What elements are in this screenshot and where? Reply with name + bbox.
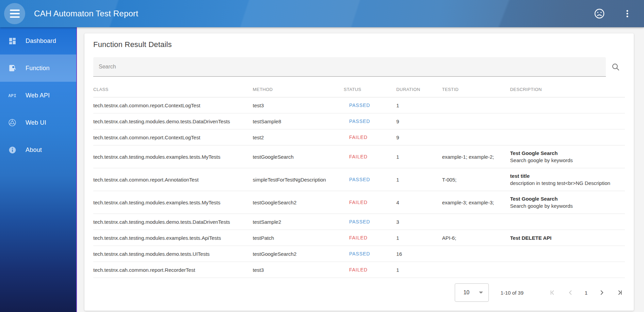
table-row[interactable]: tech.testnx.cah.testing.modules.examples… bbox=[93, 145, 625, 168]
cell-class: tech.testnx.cah.testing.modules.demo.tes… bbox=[93, 214, 253, 230]
cell-duration: 16 bbox=[396, 246, 442, 262]
next-page-icon[interactable] bbox=[598, 288, 606, 297]
cell-method: testSample8 bbox=[253, 113, 344, 129]
cell-description: Test Google Search Search google by keyw… bbox=[510, 145, 625, 168]
sidebar-item-dashboard[interactable]: Dashboard bbox=[0, 27, 76, 54]
column-header-description[interactable]: DESCRIPTION bbox=[510, 81, 625, 97]
cell-description bbox=[510, 246, 625, 262]
app-title: CAH Automaton Test Report bbox=[34, 9, 138, 18]
status-badge: FAILED bbox=[344, 200, 368, 205]
cell-testid: example-1; example-2; bbox=[442, 145, 510, 168]
page-title: Function Result Details bbox=[93, 40, 625, 49]
status-badge: FAILED bbox=[344, 267, 368, 272]
page-size-select[interactable]: 10 bbox=[455, 283, 489, 302]
cell-method: testSample2 bbox=[253, 214, 344, 230]
column-header-method[interactable]: METHOD bbox=[253, 81, 344, 97]
table-row[interactable]: tech.testnx.cah.testing.modules.examples… bbox=[93, 230, 625, 246]
column-header-status[interactable]: STATUS bbox=[344, 81, 397, 97]
hamburger-menu-button[interactable] bbox=[4, 3, 25, 24]
cell-duration: 1 bbox=[396, 145, 442, 168]
cell-testid bbox=[442, 97, 510, 113]
sidebar-item-function[interactable]: Function bbox=[0, 54, 76, 82]
sidebar-item-label: Function bbox=[26, 65, 50, 72]
api-icon: API bbox=[8, 93, 17, 98]
function-search-icon bbox=[8, 64, 17, 73]
sad-face-icon[interactable] bbox=[592, 6, 607, 21]
cell-method: testGoogleSearch2 bbox=[253, 191, 344, 214]
first-page-icon[interactable] bbox=[549, 288, 557, 297]
hamburger-icon bbox=[10, 10, 20, 18]
cell-class: tech.testnx.cah.testing.modules.examples… bbox=[93, 230, 253, 246]
table-row[interactable]: tech.testnx.cah.testing.modules.demo.tes… bbox=[93, 113, 625, 129]
status-badge: FAILED bbox=[344, 235, 368, 240]
column-header-testid[interactable]: TESTID bbox=[442, 81, 510, 97]
cell-method: test2 bbox=[253, 129, 344, 145]
cell-class: tech.testnx.cah.common.report.RecorderTe… bbox=[93, 262, 253, 278]
search-input[interactable] bbox=[93, 57, 606, 77]
cell-testid: example-3; example-3; bbox=[442, 191, 510, 214]
cell-duration: 3 bbox=[396, 214, 442, 230]
kebab-menu-icon[interactable] bbox=[619, 6, 635, 21]
last-page-icon[interactable] bbox=[615, 288, 624, 297]
current-page-number: 1 bbox=[584, 290, 588, 296]
cell-duration: 9 bbox=[396, 113, 442, 129]
description-text: description in testng test<br>NG Descrip… bbox=[510, 180, 622, 187]
cell-description bbox=[510, 262, 625, 278]
search-icon[interactable] bbox=[606, 58, 625, 77]
status-badge: PASSED bbox=[344, 103, 370, 108]
table-row[interactable]: tech.testnx.cah.common.report.ContextLog… bbox=[93, 97, 625, 113]
column-header-class[interactable]: CLASS bbox=[93, 81, 253, 97]
cell-description: Test Google Search Search google by keyw… bbox=[510, 191, 625, 214]
cell-status: PASSED bbox=[344, 246, 397, 262]
description-title: Test Google Search bbox=[510, 195, 622, 202]
table-header-row: CLASS METHOD STATUS DURATION TESTID DESC… bbox=[93, 81, 625, 97]
search-bar bbox=[93, 57, 625, 77]
cell-method: testGoogleSearch bbox=[253, 145, 344, 168]
info-icon bbox=[8, 146, 17, 154]
cell-testid bbox=[442, 129, 510, 145]
cell-description bbox=[510, 129, 625, 145]
cell-class: tech.testnx.cah.testing.modules.examples… bbox=[93, 191, 253, 214]
cell-status: PASSED bbox=[344, 113, 397, 129]
sidebar-item-web-api[interactable]: API Web API bbox=[0, 82, 76, 109]
table-body: tech.testnx.cah.common.report.ContextLog… bbox=[93, 97, 625, 278]
cell-status: PASSED bbox=[344, 214, 397, 230]
cell-description bbox=[510, 97, 625, 113]
function-result-card: Function Result Details CLASS METHOD STA… bbox=[84, 33, 634, 311]
cell-class: tech.testnx.cah.common.report.ContextLog… bbox=[93, 97, 253, 113]
cell-class: tech.testnx.cah.testing.modules.demo.tes… bbox=[93, 113, 253, 129]
sidebar-item-about[interactable]: About bbox=[0, 136, 76, 163]
column-header-duration[interactable]: DURATION bbox=[396, 81, 442, 97]
cell-method: test3 bbox=[253, 97, 344, 113]
table-row[interactable]: tech.testnx.cah.testing.modules.demo.tes… bbox=[93, 214, 625, 230]
app-bar: CAH Automaton Test Report bbox=[0, 0, 644, 27]
cell-status: FAILED bbox=[344, 262, 397, 278]
cell-class: tech.testnx.cah.common.report.Annotation… bbox=[93, 168, 253, 191]
main-content: Function Result Details CLASS METHOD STA… bbox=[78, 27, 644, 312]
cell-method: simpleTestForTestNgDescription bbox=[253, 168, 344, 191]
status-badge: PASSED bbox=[344, 119, 370, 124]
cell-status: FAILED bbox=[344, 230, 397, 246]
cell-duration: 9 bbox=[396, 129, 442, 145]
cell-status: PASSED bbox=[344, 168, 397, 191]
chrome-icon bbox=[8, 118, 17, 127]
cell-status: FAILED bbox=[344, 145, 397, 168]
results-table: CLASS METHOD STATUS DURATION TESTID DESC… bbox=[93, 81, 625, 278]
cell-method: testPatch bbox=[253, 230, 344, 246]
table-row[interactable]: tech.testnx.cah.common.report.RecorderTe… bbox=[93, 262, 625, 278]
status-badge: PASSED bbox=[344, 251, 370, 256]
cell-duration: 1 bbox=[396, 262, 442, 278]
table-row[interactable]: tech.testnx.cah.common.report.ContextLog… bbox=[93, 129, 625, 145]
table-row[interactable]: tech.testnx.cah.common.report.Annotation… bbox=[93, 168, 625, 191]
table-row[interactable]: tech.testnx.cah.testing.modules.demo.tes… bbox=[93, 246, 625, 262]
cell-method: test3 bbox=[253, 262, 344, 278]
description-title: test title bbox=[510, 172, 622, 180]
table-row[interactable]: tech.testnx.cah.testing.modules.examples… bbox=[93, 191, 625, 214]
status-badge: FAILED bbox=[344, 154, 368, 159]
cell-duration: 1 bbox=[396, 97, 442, 113]
previous-page-icon[interactable] bbox=[566, 288, 575, 297]
sidebar-item-web-ui[interactable]: Web UI bbox=[0, 109, 76, 136]
status-badge: PASSED bbox=[344, 219, 370, 224]
pagination: 10 1-10 of 39 1 bbox=[93, 283, 625, 302]
status-badge: PASSED bbox=[344, 177, 370, 182]
